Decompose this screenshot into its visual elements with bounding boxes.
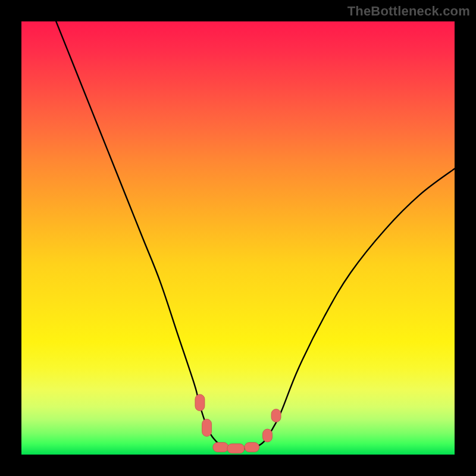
curve-marker — [213, 443, 228, 452]
curve-marker — [195, 394, 205, 411]
curve-marker — [262, 429, 272, 442]
curve-marker — [245, 443, 259, 452]
watermark-text: TheBottleneck.com — [347, 4, 470, 19]
curve-marker — [202, 419, 212, 436]
curve-svg — [21, 21, 455, 455]
curve-marker — [227, 444, 245, 453]
chart-frame: TheBottleneck.com — [0, 0, 476, 476]
plot-area — [21, 21, 455, 455]
bottleneck-curve — [56, 21, 455, 449]
curve-marker — [271, 409, 281, 422]
curve-markers — [195, 394, 281, 453]
